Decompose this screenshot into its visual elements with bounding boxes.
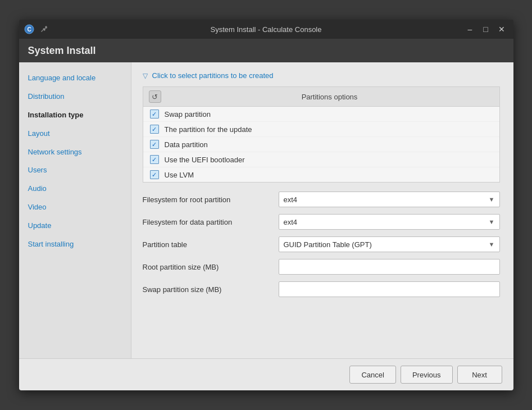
partition-table-arrow: ▼ [489, 241, 495, 248]
fs-data-value: ext4 [284, 218, 298, 226]
svg-text:C: C [27, 26, 31, 33]
window-title: System Install - Calculate Console [211, 25, 322, 34]
fs-root-select[interactable]: ext4 ▼ [279, 192, 500, 207]
form-row-fs-data: Filesystem for data partition ext4 ▼ [143, 214, 500, 230]
root-size-input[interactable] [279, 259, 500, 275]
minimize-button[interactable]: – [463, 23, 478, 35]
section-title-link[interactable]: Click to select partitions to be created [152, 71, 274, 80]
scroll-area: ▽ Click to select partitions to be creat… [143, 71, 502, 349]
partitions-box: ↺ Partitions options Swap partition The … [143, 86, 500, 183]
partition-checkbox-swap[interactable] [150, 110, 159, 119]
partition-table-label: Partition table [143, 240, 272, 249]
partition-label-uefi: Use the UEFI bootloader [165, 156, 245, 164]
partition-label-swap: Swap partition [165, 110, 211, 119]
partition-table-value: GUID Partition Table (GPT) [284, 240, 372, 249]
close-button[interactable]: ✕ [494, 23, 509, 35]
sidebar: Language and locale Distribution Install… [19, 62, 131, 358]
maximize-button[interactable]: □ [479, 23, 493, 35]
sidebar-item-update[interactable]: Update [19, 217, 131, 235]
sidebar-item-users[interactable]: Users [19, 161, 131, 180]
fs-root-label: Filesystem for root partition [143, 195, 272, 204]
swap-size-label: Swap partition size (MB) [143, 285, 272, 294]
footer: Cancel Previous Next [19, 358, 513, 390]
triangle-icon: ▽ [143, 72, 148, 80]
app-title: System Install [28, 45, 96, 57]
fs-data-label: Filesystem for data partition [143, 218, 272, 226]
app-icon: C [24, 24, 35, 35]
sidebar-item-video[interactable]: Video [19, 198, 131, 217]
section-header: ▽ Click to select partitions to be creat… [143, 71, 500, 80]
fs-root-value: ext4 [284, 195, 298, 204]
form-grid: Filesystem for root partition ext4 ▼ Fil… [143, 192, 500, 297]
partition-row-update: The partition for the update [143, 122, 499, 137]
form-row-partition-table: Partition table GUID Partition Table (GP… [143, 236, 500, 252]
fs-data-arrow: ▼ [489, 218, 495, 225]
fs-data-select[interactable]: ext4 ▼ [279, 214, 500, 230]
next-button[interactable]: Next [457, 366, 502, 384]
fs-root-arrow: ▼ [489, 196, 495, 203]
sidebar-item-network-settings[interactable]: Network settings [19, 143, 131, 162]
partition-checkbox-uefi[interactable] [150, 155, 159, 164]
previous-button[interactable]: Previous [401, 366, 453, 384]
swap-size-input[interactable] [279, 281, 500, 297]
content-area: Language and locale Distribution Install… [19, 62, 513, 358]
partitions-header: ↺ Partitions options [143, 87, 499, 107]
root-size-label: Root partition size (MB) [143, 263, 272, 271]
cancel-button[interactable]: Cancel [349, 366, 395, 384]
sidebar-item-audio[interactable]: Audio [19, 180, 131, 198]
partition-label-lvm: Use LVM [165, 171, 194, 179]
partition-checkbox-data[interactable] [150, 140, 159, 149]
sidebar-item-language-locale[interactable]: Language and locale [19, 69, 131, 88]
sidebar-item-start-installing[interactable]: Start installing [19, 235, 131, 254]
refresh-button[interactable]: ↺ [149, 90, 161, 103]
main-window: C System Install - Calculate Console – □… [19, 20, 513, 390]
partition-label-update: The partition for the update [165, 125, 252, 134]
partition-row-data: Data partition [143, 137, 499, 152]
sidebar-item-distribution[interactable]: Distribution [19, 88, 131, 106]
form-row-swap-size: Swap partition size (MB) [143, 281, 500, 297]
titlebar: C System Install - Calculate Console – □… [19, 20, 513, 39]
partition-row-swap: Swap partition [143, 107, 499, 122]
partition-checkbox-update[interactable] [150, 125, 159, 134]
sidebar-item-installation-type[interactable]: Installation type [19, 106, 131, 125]
partitions-header-title: Partitions options [166, 93, 494, 101]
partition-table-select[interactable]: GUID Partition Table (GPT) ▼ [279, 236, 500, 252]
wrench-icon [38, 24, 49, 35]
form-row-fs-root: Filesystem for root partition ext4 ▼ [143, 192, 500, 207]
window-controls: – □ ✕ [463, 23, 509, 35]
main-content: ▽ Click to select partitions to be creat… [131, 62, 513, 358]
partition-row-lvm: Use LVM [143, 167, 499, 182]
form-row-root-size: Root partition size (MB) [143, 259, 500, 275]
partition-label-data: Data partition [165, 140, 208, 149]
partition-checkbox-lvm[interactable] [150, 170, 159, 179]
titlebar-icons: C [24, 24, 49, 35]
sidebar-item-layout[interactable]: Layout [19, 125, 131, 143]
header-bar: System Install [19, 39, 513, 62]
partition-row-uefi: Use the UEFI bootloader [143, 152, 499, 167]
